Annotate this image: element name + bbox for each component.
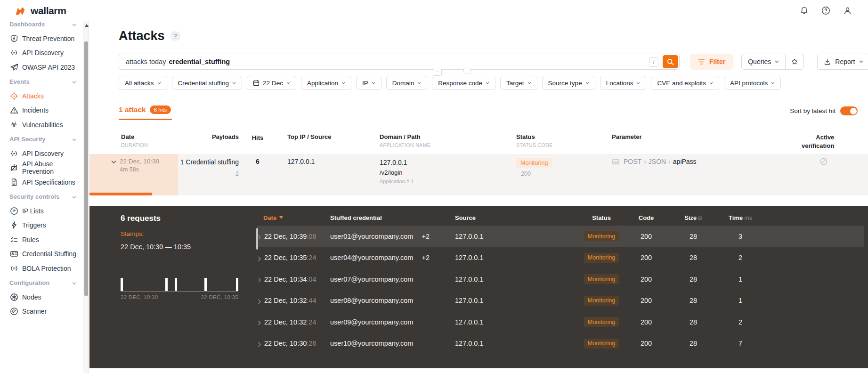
search-button[interactable]	[663, 55, 678, 68]
chevron-right-icon[interactable]	[258, 276, 261, 282]
filter-chip-ip[interactable]: IP	[356, 76, 381, 90]
sidebar-item-incidents[interactable]: Incidents	[0, 103, 83, 118]
chevron-down-icon	[775, 60, 779, 63]
filter-chip-response-code[interactable]: Response code	[432, 76, 495, 90]
sidebar-item-ip-lists[interactable]: IP IP Lists	[0, 204, 83, 219]
active-verification-cell	[802, 154, 868, 195]
filter-chip-credential-stuffing[interactable]: Credential stuffing	[172, 76, 243, 90]
disabled-icon	[820, 158, 827, 165]
sidebar-section-dashboards[interactable]: Dashboards	[0, 21, 83, 32]
wallarm-logo[interactable]: wallarm	[14, 5, 66, 16]
filter-chip-domain[interactable]: Domain	[386, 76, 428, 90]
attack-date-cell[interactable]: 22 Dec, 10:30 4m 58s	[89, 154, 178, 195]
sidebar-item-owasp-api-2023[interactable]: OWASP API 2023	[0, 60, 83, 75]
sidebar-item-api-discovery-2[interactable]: API Discovery	[0, 146, 83, 161]
report-button[interactable]: Report	[817, 54, 868, 70]
page-help-icon[interactable]: ?	[170, 31, 180, 41]
col-hits-sortable[interactable]: Hits	[252, 134, 264, 142]
sidebar-item-credential-stuffing[interactable]: Credential Stuffing	[0, 247, 83, 261]
sidebar-item-rules[interactable]: Rules	[0, 233, 83, 247]
sidebar-section-events[interactable]: Events	[0, 74, 83, 89]
request-code: 200	[623, 254, 670, 261]
request-date: 22 Dec, 10:39	[264, 233, 307, 240]
credential-extra-count: +2	[422, 254, 430, 261]
col-time-sortable[interactable]: Timems	[717, 214, 764, 221]
sidebar-item-threat-prevention[interactable]: Threat Prevention	[0, 32, 83, 46]
request-size: 28	[670, 233, 717, 240]
request-time: 7	[717, 340, 764, 347]
request-date: 22 Dec, 10:35	[264, 254, 307, 261]
sidebar-section-api-security[interactable]: API Security	[0, 132, 83, 146]
request-time: 1	[717, 297, 764, 304]
request-row[interactable]: 22 Dec, 10:35:24 user04@yourcompany.com+…	[257, 247, 864, 269]
col-request-status: Status	[580, 214, 623, 221]
sidebar-item-api-abuse-prevention[interactable]: API Abuse Prevention	[0, 161, 83, 175]
sidebar-section-security-controls[interactable]: Security controls	[0, 189, 83, 204]
sidebar-item-vulnerabilities[interactable]: ☣ Vulnerabilities	[0, 118, 83, 132]
download-icon	[824, 58, 831, 65]
chevron-right-icon[interactable]	[258, 319, 261, 324]
chevron-right-icon[interactable]	[258, 341, 261, 346]
col-request-date-sorted[interactable]: Date	[257, 214, 327, 221]
sidebar-item-bola-protection[interactable]: ID BOLA Protection	[0, 261, 83, 276]
request-date: 22 Dec, 10:30	[264, 340, 307, 347]
request-time: 1	[717, 276, 764, 283]
col-size-sortable[interactable]: SizeB	[670, 214, 717, 221]
tab-attacks-count[interactable]: 1 attack 6 hits	[119, 105, 171, 120]
chevron-down-icon	[72, 21, 76, 28]
help-icon[interactable]	[821, 6, 830, 15]
request-row[interactable]: 22 Dec, 10:32:24 user09@yourcompany.com …	[257, 311, 864, 333]
sidebar-nav: Dashboards Threat Prevention API Discove…	[0, 21, 83, 319]
chevron-down-icon	[72, 279, 76, 286]
col-top-ip: Top IP / Source	[287, 133, 378, 140]
sidebar-scrollbar-thumb[interactable]	[84, 41, 88, 296]
filter-chip-locations[interactable]: Locations	[600, 76, 647, 90]
chevron-down-icon	[286, 82, 290, 84]
search-input[interactable]: attacks today credential_stuffing /	[119, 54, 680, 70]
requests-scrollbar-thumb[interactable]	[256, 228, 258, 250]
col-date: Date	[121, 133, 178, 140]
sidebar-item-triggers[interactable]: Triggers	[0, 218, 83, 233]
filter-chip-application[interactable]: Application	[301, 76, 351, 90]
request-source: 127.0.0.1	[452, 254, 580, 261]
sidebar-section-configuration[interactable]: Configuration	[0, 276, 83, 290]
sort-toggle[interactable]	[840, 106, 858, 115]
queries-button[interactable]: Queries	[741, 54, 786, 70]
chevron-right-icon[interactable]	[258, 298, 261, 303]
sidebar-item-api-discovery[interactable]: API Discovery	[0, 46, 83, 60]
request-status-badge: Monitoring	[584, 231, 619, 241]
bell-icon[interactable]	[800, 6, 809, 15]
request-row[interactable]: 22 Dec, 10:34:04 user07@yourcompany.com …	[257, 268, 864, 290]
request-date: 22 Dec, 10:34	[264, 276, 307, 283]
request-time: 2	[717, 318, 764, 326]
scrollbar-up-arrow-icon[interactable]	[85, 24, 89, 27]
request-size: 28	[670, 318, 717, 326]
col-domain-path: Domain / Path	[380, 133, 514, 140]
request-row[interactable]: 22 Dec, 10:39:08 user01@yourcompany.com+…	[257, 226, 864, 247]
chevron-right-icon[interactable]	[258, 234, 261, 239]
filter-chip-all-attacks[interactable]: All attacks	[119, 76, 167, 90]
request-source: 127.0.0.1	[452, 233, 580, 240]
attack-row[interactable]: 22 Dec, 10:30 4m 58s 1 Credential stuffi…	[89, 154, 868, 195]
stamps-link[interactable]: Stamps:	[121, 230, 252, 237]
account-icon[interactable]	[843, 6, 852, 15]
request-row[interactable]: 22 Dec, 10:32:44 user08@yourcompany.com …	[257, 290, 864, 312]
attack-hits: 6	[239, 154, 276, 195]
chevron-right-icon[interactable]	[258, 255, 261, 260]
filter-chip-date[interactable]: 22 Dec	[247, 76, 296, 90]
filter-button[interactable]: Filter	[690, 54, 733, 70]
sidebar-item-scanner[interactable]: Scanner	[0, 304, 83, 319]
filter-chip-source-type[interactable]: Source type	[542, 76, 595, 90]
chevron-expanded-icon[interactable]	[111, 158, 116, 162]
request-code: 200	[623, 297, 670, 304]
request-row[interactable]: 22 Dec, 10:30:26 user10@yourcompany.com …	[257, 333, 864, 355]
sidebar-item-nodes[interactable]: Nodes	[0, 290, 83, 305]
sidebar-item-attacks[interactable]: Attacks	[0, 89, 83, 104]
sidebar-scrollbar[interactable]	[83, 21, 89, 373]
filter-chip-target[interactable]: Target	[500, 76, 537, 90]
favorite-query-button[interactable]	[786, 54, 804, 70]
filter-chip-api-protocols[interactable]: API protocols	[724, 76, 781, 90]
attack-top-ip: 127.0.0.1	[276, 154, 378, 195]
filter-chip-cve-and-exploits[interactable]: CVE and exploits	[651, 76, 719, 90]
sidebar-item-api-specifications[interactable]: API Specifications	[0, 175, 83, 190]
